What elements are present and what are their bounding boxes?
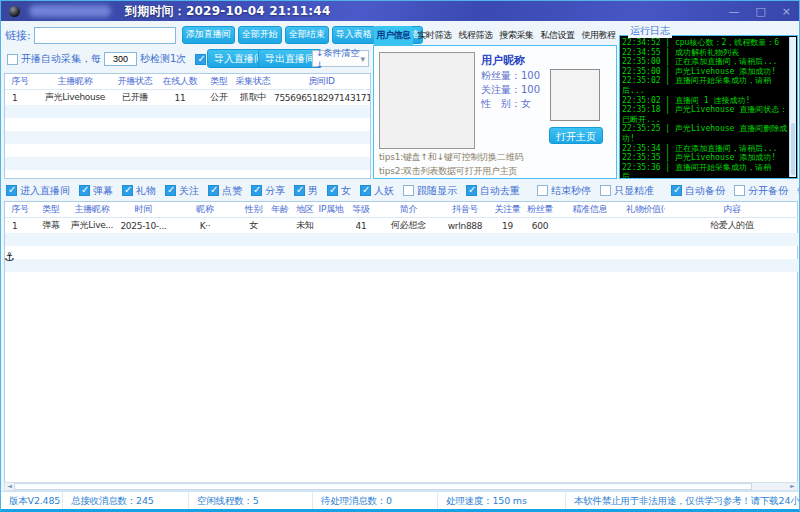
- checkbox-follow-display[interactable]: [403, 185, 414, 196]
- checkbox-auto-backup[interactable]: [671, 185, 682, 196]
- qr-code-box: [379, 52, 475, 149]
- start-all-button[interactable]: 全部开始: [238, 26, 282, 44]
- col-douyin-id[interactable]: 抖音号: [440, 202, 490, 218]
- tab-dm-settings[interactable]: 私信设置: [538, 26, 577, 45]
- tab-user-info[interactable]: 用户信息: [374, 26, 413, 45]
- checkbox-share[interactable]: [251, 185, 262, 196]
- tab-search-collect[interactable]: 搜索采集: [497, 26, 536, 45]
- checkbox-danmu[interactable]: [79, 185, 90, 196]
- col-ip-location[interactable]: IP属地: [317, 202, 345, 218]
- chevron-down-icon: ▾: [360, 54, 365, 64]
- log-console[interactable]: 22:34:52 | cpu核心数：2，线程数量：6 22:34:55 | 成功…: [619, 35, 798, 179]
- col-streamer[interactable]: 主播昵称: [67, 202, 117, 218]
- table-row-empty: [5, 131, 370, 144]
- col-follow-count[interactable]: 关注量: [490, 202, 525, 218]
- scroll-right-icon[interactable]: ►: [788, 482, 797, 490]
- col-nickname[interactable]: 昵称: [170, 202, 240, 218]
- table-row[interactable]: 1 声光Livehouse 已开播 11 公开 抓取中 755696518297…: [5, 90, 370, 106]
- col-live-status[interactable]: 开播状态: [115, 74, 155, 90]
- expiry-time-label: 到期时间：2029-10-04 21:11:44: [125, 3, 330, 20]
- log-line: 22:35:25 | 声光Livehouse 直播间删除成功!: [622, 124, 789, 143]
- log-line: 22:35:18 | 声光Livehouse 直播间状态：已断开...: [622, 105, 789, 124]
- col-seq[interactable]: 序号: [5, 74, 35, 90]
- col-collect-status[interactable]: 采集状态: [233, 74, 273, 90]
- run-log-title: 运行日志: [628, 24, 672, 38]
- total-messages-label: 总接收消息数：245: [63, 492, 189, 510]
- col-time[interactable]: 时间: [117, 202, 170, 218]
- filter-label: 自动备份: [685, 184, 725, 198]
- messages-table-header[interactable]: 序号 类型 主播昵称 时间 昵称 性别 年龄 地区 IP属地 等级 简介 抖音号…: [5, 202, 799, 218]
- checkbox-stop-on-end[interactable]: [537, 185, 548, 196]
- run-log-group: 运行日志 22:34:52 | cpu核心数：2，线程数量：6 22:34:55…: [619, 24, 798, 179]
- table-row-empty: [5, 259, 799, 272]
- checkbox-follow[interactable]: [165, 185, 176, 196]
- col-room-id[interactable]: 房间ID: [273, 74, 370, 90]
- user-info-panel: 用户昵称 粉丝量：100 关注量：100 性 别：女 打开主页 tips1:键盘…: [373, 45, 617, 179]
- col-age[interactable]: 年龄: [267, 202, 293, 218]
- checkbox-remember-config[interactable]: [195, 54, 206, 65]
- checkbox-gift[interactable]: [122, 185, 133, 196]
- horizontal-scrollbar-thumb[interactable]: [14, 483, 752, 490]
- checkbox-precise-only[interactable]: [600, 185, 611, 196]
- checkbox-ladyboy[interactable]: [360, 185, 371, 196]
- filter-label: 礼物: [136, 184, 156, 198]
- table-row-empty: [5, 233, 799, 246]
- col-online-count[interactable]: 在线人数: [155, 74, 205, 90]
- maximize-button[interactable]: □: [755, 6, 765, 17]
- horizontal-scrollbar[interactable]: ◄ ►: [4, 482, 798, 491]
- checkbox-enter-room[interactable]: [6, 185, 17, 196]
- stop-all-button[interactable]: 全部结束: [285, 26, 329, 44]
- clear-conditions-dropdown[interactable]: ↓条件清空↓ ▾: [312, 50, 369, 67]
- censored-app-name: [29, 5, 111, 17]
- rooms-table-header[interactable]: 序号 主播昵称 开播状态 在线人数 类型 采集状态 房间ID: [5, 74, 370, 90]
- checkbox-like[interactable]: [208, 185, 219, 196]
- open-homepage-button[interactable]: 打开主页: [549, 127, 603, 144]
- disclaimer-label: 本软件禁止用于非法用途，仅供学习参考！请下载24小时内删除！: [566, 492, 799, 510]
- interval-input[interactable]: [104, 52, 137, 66]
- col-gender[interactable]: 性别: [240, 202, 267, 218]
- log-scrollbar[interactable]: [789, 37, 796, 177]
- scroll-left-icon[interactable]: ◄: [5, 482, 14, 490]
- col-type[interactable]: 类型: [205, 74, 233, 90]
- col-msg-type[interactable]: 类型: [35, 202, 67, 218]
- log-line: 22:35:00 | 声光Livehouse 添加成功!: [622, 67, 789, 77]
- log-line: 22:35:02 | 直播间 1 连接成功!: [622, 96, 789, 106]
- collect-settings-row: 开播自动采集，每 秒检测1次 记住配置 导入直播间 导出直播间 ↓条件清空↓ ▾: [1, 48, 371, 70]
- import-table-button[interactable]: 导入表格: [332, 26, 376, 44]
- floating-anchor-icon: ⚓: [4, 250, 15, 264]
- checkbox-male[interactable]: [294, 185, 305, 196]
- table-row[interactable]: 1 弹幕 声光Live... 2025-10-... K·· 女 未知 41 何…: [5, 218, 799, 234]
- close-button[interactable]: ×: [782, 6, 791, 17]
- col-streamer[interactable]: 主播昵称: [35, 74, 115, 90]
- clear-conditions-label: ↓条件清空↓: [316, 47, 360, 70]
- col-content[interactable]: 内容: [665, 202, 799, 218]
- checkbox-female[interactable]: [327, 185, 338, 196]
- checkbox-auto-collect[interactable]: [7, 54, 18, 65]
- link-input[interactable]: [34, 27, 176, 44]
- tab-realtime-filter[interactable]: 实时筛选: [415, 26, 454, 45]
- status-bar: 版本V2.485 总接收消息数：245 空闲线程数：5 待处理消息数：0 处理速…: [1, 491, 799, 510]
- col-region[interactable]: 地区: [293, 202, 317, 218]
- main-toolbar: 链接: 添加直播间 全部开始 全部结束 导入表格 导出表格: [5, 24, 426, 46]
- app-icon: [9, 6, 20, 17]
- col-fans-count[interactable]: 粉丝量: [525, 202, 555, 218]
- add-room-button[interactable]: 添加直播间: [182, 26, 235, 44]
- filter-label: 结束秒停: [551, 184, 591, 198]
- messages-table: 序号 类型 主播昵称 时间 昵称 性别 年龄 地区 IP属地 等级 简介 抖音号…: [4, 201, 798, 482]
- col-precise-info[interactable]: 精准信息: [555, 202, 625, 218]
- window-controls: — □ ×: [728, 6, 791, 17]
- tab-tutorial[interactable]: 使用教程: [579, 26, 618, 45]
- log-line: 22:34:55 | 成功解析礼物列表: [622, 48, 789, 58]
- col-gift-value[interactable]: 礼物价值(钻): [625, 202, 665, 218]
- col-level[interactable]: 等级: [345, 202, 377, 218]
- table-row-empty: [5, 157, 370, 170]
- minimize-button[interactable]: —: [728, 6, 739, 17]
- checkbox-split-backup[interactable]: [734, 185, 745, 196]
- tips2-label: tips2:双击列表数据可打开用户主页: [379, 165, 517, 178]
- log-scrollbar-thumb[interactable]: [791, 123, 795, 175]
- col-seq[interactable]: 序号: [5, 202, 35, 218]
- log-line: 22:35:34 | 正在添加直播间，请稍后...: [622, 144, 789, 154]
- tab-thread-filter[interactable]: 线程筛选: [456, 26, 495, 45]
- col-bio[interactable]: 简介: [377, 202, 440, 218]
- checkbox-dedupe[interactable]: [466, 185, 477, 196]
